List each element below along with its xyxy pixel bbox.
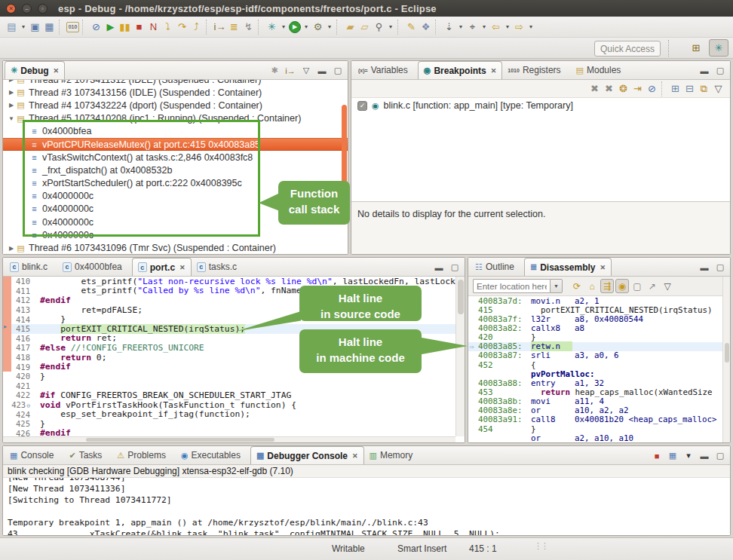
back-dropdown-icon[interactable]: ▾: [504, 20, 511, 35]
skip-all-breakpoints-icon[interactable]: ⊘: [646, 81, 658, 96]
toolbar-icon[interactable]: [82, 20, 86, 35]
disassembly-row[interactable]: 40083a82: callx8a8: [468, 323, 730, 332]
run-dropdown-icon[interactable]: ▾: [302, 20, 310, 35]
editor-tab[interactable]: c tasks.c: [192, 258, 247, 276]
toolbar-icon[interactable]: [661, 81, 665, 96]
back-icon[interactable]: ⇦: [489, 20, 502, 35]
save-icon[interactable]: ▣: [29, 20, 41, 35]
code-line[interactable]: ➤ 413 ret=pdFALSE;: [3, 305, 465, 315]
minimize-icon[interactable]: ▬: [698, 261, 711, 274]
view-menu-icon[interactable]: ▽: [299, 64, 313, 78]
editor-tab[interactable]: c port.c ✕: [132, 258, 192, 276]
view-tab[interactable]: ▤ Modules: [571, 61, 631, 79]
toolbar-icon[interactable]: [397, 20, 401, 35]
toolbar-icon[interactable]: [258, 20, 262, 35]
link-with-debug-view-icon[interactable]: ⧉: [698, 81, 710, 96]
show-selected-console-icon[interactable]: ≣: [228, 20, 241, 35]
step-return-icon[interactable]: ⤴: [190, 20, 203, 35]
view-menu-icon[interactable]: ▽: [712, 81, 725, 96]
disassembly-row[interactable]: 40083a88: entrya1, 32: [468, 378, 730, 387]
code-line[interactable]: ➤ 421: [3, 381, 465, 391]
view-tab[interactable]: ✔ Tasks: [63, 446, 112, 464]
window-maximize-icon[interactable]: ▫: [38, 4, 48, 14]
code-line[interactable]: ➤ 410 ets_printf("Last non-recursive loc…: [3, 277, 465, 286]
collapse-all-icon[interactable]: ⊟: [683, 81, 696, 96]
debug-tree-row[interactable]: ≡ vTaskSwitchContext() at tasks.c:2,846 …: [3, 151, 348, 164]
maximize-icon[interactable]: ▢: [713, 64, 727, 78]
disassembly-listing[interactable]: 40083a7d: movi.na2, 1 415 portEXIT_CRITI…: [468, 296, 730, 442]
disassembly-scrollbar[interactable]: [722, 277, 730, 442]
breakpoint-checkbox[interactable]: ✓: [357, 101, 367, 111]
close-tab-icon[interactable]: ✕: [54, 67, 60, 75]
view-tab[interactable]: ▦ Console: [5, 446, 63, 464]
view-tab[interactable]: ⚠ Problems: [112, 446, 176, 464]
resume-icon[interactable]: ▶: [104, 20, 117, 35]
disassembly-row[interactable]: 40083a8e: ora10, a2, a2: [468, 406, 730, 415]
binary-watchpoint-icon[interactable]: 010: [66, 22, 79, 32]
maximize-icon[interactable]: ▢: [448, 261, 462, 274]
debug-tree-row[interactable]: ▶ ▤ Thread #4 1073432224 (dport) (Suspen…: [3, 99, 348, 112]
console-body[interactable]: blink checking [GDB Hardware Debugging] …: [3, 465, 730, 535]
mark-occurrences-icon[interactable]: ✎: [405, 20, 418, 35]
debug-tree-row[interactable]: ▼ ▤ Thread #5 1073410208 (ipc1 : Running…: [3, 112, 348, 125]
forward-icon[interactable]: ⇨: [513, 20, 526, 35]
new-wizard-icon[interactable]: ▤: [5, 20, 18, 35]
refresh-view-icon[interactable]: ⟳: [570, 279, 584, 293]
debug-tree-row[interactable]: ≡ _frxt_dispatch() at 0x4008532b: [3, 164, 348, 176]
track-expression-icon[interactable]: ◉: [615, 279, 629, 293]
quick-access-box[interactable]: Quick Access: [594, 41, 661, 57]
use-step-filters-icon[interactable]: ↯: [242, 20, 255, 35]
toolbar-icon[interactable]: [435, 20, 439, 35]
code-line[interactable]: ➤ 419 #endif: [3, 362, 465, 372]
instruction-stepping-icon[interactable]: i→: [284, 64, 297, 78]
expander-icon[interactable]: ▶: [8, 80, 15, 83]
code-line[interactable]: ➤ 417 #else //!CONFIG_FREERTOS_UNICORE: [3, 343, 465, 353]
debug-tree-row[interactable]: ≡ 0x4000000c: [3, 190, 348, 203]
view-menu-icon[interactable]: ▽: [661, 279, 674, 293]
expander-icon[interactable]: ▼: [8, 115, 15, 122]
new-dropdown-icon[interactable]: ▾: [20, 20, 27, 35]
remove-breakpoint-icon[interactable]: ✖: [588, 81, 601, 96]
suspend-icon[interactable]: ▮▮: [118, 20, 131, 35]
view-tab[interactable]: ≣ Disassembly ✕: [524, 258, 612, 276]
open-perspective-icon[interactable]: ⊞: [686, 39, 706, 57]
maximize-icon[interactable]: ▢: [331, 64, 345, 78]
debug-scrollbar[interactable]: [342, 105, 347, 219]
run-icon[interactable]: ▶: [289, 21, 301, 33]
debug-perspective-icon[interactable]: ✳: [709, 39, 728, 57]
show-breakpoints-for-icon[interactable]: ❂: [617, 81, 630, 96]
debug-tree-row[interactable]: ▶ ▤ Thread #2 1073411312 (IDLE) (Suspend…: [3, 80, 348, 86]
disassembly-row[interactable]: 40083a8b: movia11, 4: [468, 397, 730, 406]
search-dropdown-icon[interactable]: ▾: [387, 20, 394, 35]
debug-tree-row[interactable]: ≡ vPortCPUReleaseMutex() at port.c:415 0…: [3, 138, 348, 151]
editor-tab[interactable]: c blink.c: [5, 258, 57, 276]
last-edit-location-icon[interactable]: ⇣: [443, 20, 455, 35]
close-tab-icon[interactable]: ✕: [491, 67, 497, 75]
minimize-icon[interactable]: ▬: [315, 64, 329, 78]
expand-all-icon[interactable]: ⊞: [669, 81, 682, 96]
code-line[interactable]: ➤ 423 void vPortFirstTaskHook(TaskFuncti…: [3, 400, 465, 410]
terminate-icon[interactable]: ■: [650, 449, 664, 463]
debug-tree-row[interactable]: ▶ ▤ Thread #6 1073431096 (Tmr Svc) (Susp…: [3, 241, 348, 254]
toolbar-icon[interactable]: [336, 20, 340, 35]
external-tools-icon[interactable]: ⚙: [311, 20, 324, 35]
view-tab[interactable]: ◉ Executables: [176, 446, 250, 464]
maximize-icon[interactable]: ▢: [713, 449, 727, 463]
export-icon[interactable]: ↗: [646, 279, 659, 293]
forward-dropdown-icon[interactable]: ▾: [527, 20, 535, 35]
go-to-line-icon[interactable]: ⌖: [466, 20, 479, 35]
disassembly-row[interactable]: 40083a7d: movi.na2, 1: [468, 296, 730, 305]
step-over-icon[interactable]: ↷: [176, 20, 189, 35]
view-tab[interactable]: ◉ Breakpoints ✕: [418, 61, 503, 79]
editor-tab[interactable]: c 0x4000bfea: [57, 258, 132, 276]
go-to-file-for-breakpoint-icon[interactable]: ⇥: [631, 81, 644, 96]
debug-icon[interactable]: ✳: [265, 20, 278, 35]
instruction-stepping-icon[interactable]: i→: [213, 20, 226, 35]
disassembly-row[interactable]: 40083a87: srlia3, a0, 6: [468, 351, 730, 360]
toolbar-icon[interactable]: [206, 20, 210, 35]
window-minimize-icon[interactable]: –: [22, 4, 32, 14]
disassembly-row[interactable]: 40083a91: call80x40081b20 <heap_caps_mal…: [468, 415, 730, 424]
minimize-icon[interactable]: ▬: [432, 261, 446, 274]
home-icon[interactable]: ⌂: [585, 279, 599, 293]
open-console-icon[interactable]: ▦: [666, 449, 679, 463]
